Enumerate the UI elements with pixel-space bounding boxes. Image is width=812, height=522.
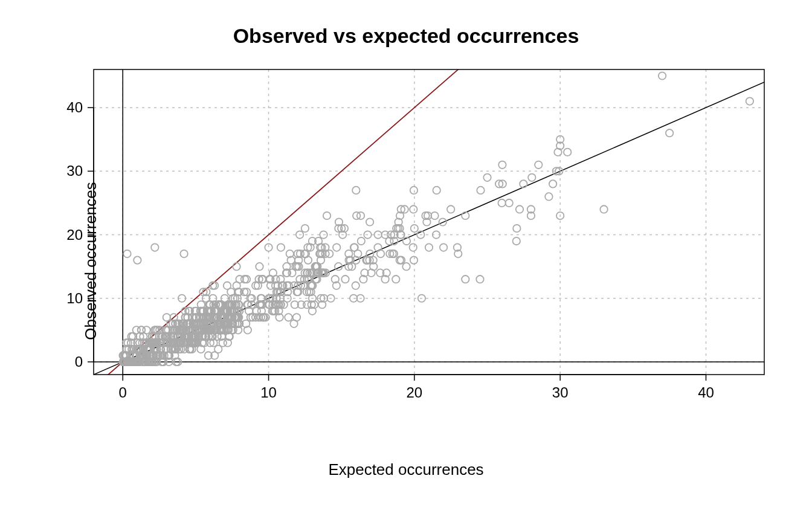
- x-axis-label: Expected occurrences: [0, 460, 812, 479]
- data-point: [374, 243, 381, 251]
- data-point: [535, 161, 542, 169]
- svg-text:30: 30: [552, 384, 569, 401]
- svg-text:20: 20: [66, 227, 83, 243]
- svg-text:40: 40: [698, 384, 714, 401]
- data-point: [134, 256, 141, 263]
- data-point: [351, 243, 358, 251]
- data-point: [352, 282, 359, 289]
- data-point: [341, 276, 349, 283]
- chart-title: Observed vs expected occurrences: [0, 24, 812, 48]
- data-point: [498, 199, 505, 207]
- data-point: [323, 212, 330, 219]
- data-point: [211, 282, 218, 289]
- svg-text:20: 20: [407, 384, 423, 401]
- data-point: [410, 243, 417, 251]
- data-point: [483, 174, 491, 181]
- data-point: [462, 276, 469, 283]
- data-point: [288, 269, 295, 276]
- data-point: [333, 243, 340, 251]
- data-point: [433, 187, 440, 194]
- data-point: [151, 243, 158, 251]
- svg-text:0: 0: [75, 353, 83, 370]
- data-point: [545, 193, 552, 200]
- data-point: [528, 174, 535, 181]
- data-point: [410, 256, 417, 263]
- svg-text:10: 10: [66, 290, 83, 306]
- data-point: [392, 276, 399, 283]
- data-point: [410, 205, 417, 213]
- chart-container: Observed vs expected occurrences 0102030…: [0, 0, 812, 522]
- data-point: [180, 250, 187, 257]
- data-point: [476, 276, 483, 283]
- data-point: [358, 237, 365, 245]
- data-point: [600, 205, 607, 213]
- data-point: [746, 97, 753, 105]
- data-point: [477, 187, 484, 194]
- data-point: [513, 225, 520, 232]
- data-point: [352, 187, 359, 194]
- data-point: [549, 180, 556, 187]
- data-point: [290, 320, 297, 327]
- data-point: [163, 314, 170, 321]
- svg-text:10: 10: [260, 384, 277, 401]
- data-point: [402, 263, 410, 270]
- data-point: [256, 263, 263, 270]
- data-point: [224, 282, 231, 289]
- data-point: [666, 129, 673, 137]
- data-point: [431, 212, 438, 219]
- data-point: [123, 250, 130, 257]
- data-point: [143, 326, 150, 334]
- data-point: [410, 187, 417, 194]
- data-point: [366, 218, 373, 225]
- scatter-plot: 010203040010203040: [0, 0, 812, 522]
- data-point: [233, 263, 240, 270]
- data-point: [462, 212, 469, 219]
- data-point: [447, 205, 454, 213]
- data-point: [659, 72, 666, 79]
- data-point: [440, 243, 447, 251]
- y-axis-label: Observed occurrences: [82, 182, 100, 340]
- data-point: [285, 314, 292, 321]
- data-point: [277, 243, 285, 251]
- svg-text:40: 40: [66, 99, 83, 115]
- data-point: [520, 180, 527, 187]
- data-point: [301, 225, 309, 232]
- data-point: [425, 243, 433, 251]
- data-point: [513, 237, 520, 245]
- svg-text:0: 0: [119, 384, 127, 401]
- data-point: [564, 149, 571, 156]
- data-point: [498, 161, 506, 169]
- data-point: [506, 199, 513, 207]
- svg-text:30: 30: [66, 163, 83, 179]
- data-point: [516, 205, 523, 213]
